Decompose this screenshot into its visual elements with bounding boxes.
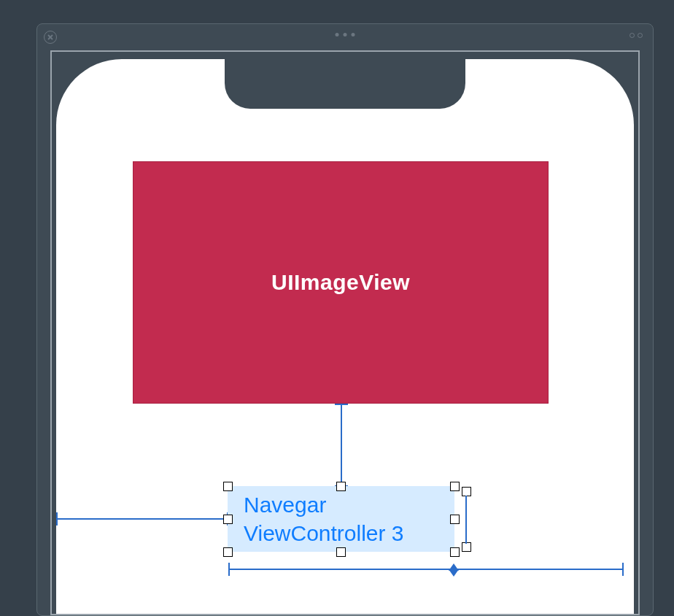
constraint-tick [56, 512, 58, 525]
editor-window: UIImageView Navegar ViewController 3 [36, 23, 654, 616]
selection-handle-tl[interactable] [223, 482, 233, 491]
selection-handle-ml[interactable] [223, 515, 233, 524]
selection-handle-br[interactable] [450, 547, 460, 557]
dimension-tick-l [228, 563, 230, 576]
dimension-line-v [465, 496, 467, 544]
device-notch [225, 58, 465, 109]
constraint-tick [335, 404, 348, 405]
canvas-bounds: UIImageView Navegar ViewController 3 [50, 50, 640, 615]
uiimageview-label: UIImageView [271, 270, 410, 295]
navigate-button[interactable]: Navegar ViewController 3 [228, 486, 454, 552]
selection-handle-bl[interactable] [223, 547, 233, 557]
window-grip-icon [336, 33, 355, 36]
constraint-vertical-spacing[interactable] [341, 404, 342, 486]
dimension-drag-icon[interactable] [449, 569, 459, 577]
constraint-leading[interactable] [56, 518, 228, 520]
dimension-line-h[interactable] [228, 569, 622, 570]
navigate-button-label: Navegar ViewController 3 [244, 490, 404, 547]
selection-handle-tm[interactable] [336, 482, 346, 491]
window-right-icon [630, 33, 643, 38]
uiimageview-element[interactable]: UIImageView [133, 161, 549, 404]
device-frame: UIImageView Navegar ViewController 3 [56, 59, 634, 614]
dimension-tick-r [622, 563, 624, 576]
selection-handle-tr[interactable] [450, 482, 460, 491]
selection-handle-bm[interactable] [336, 547, 346, 557]
selection-handle-mr[interactable] [450, 515, 460, 524]
close-icon[interactable] [44, 31, 57, 44]
